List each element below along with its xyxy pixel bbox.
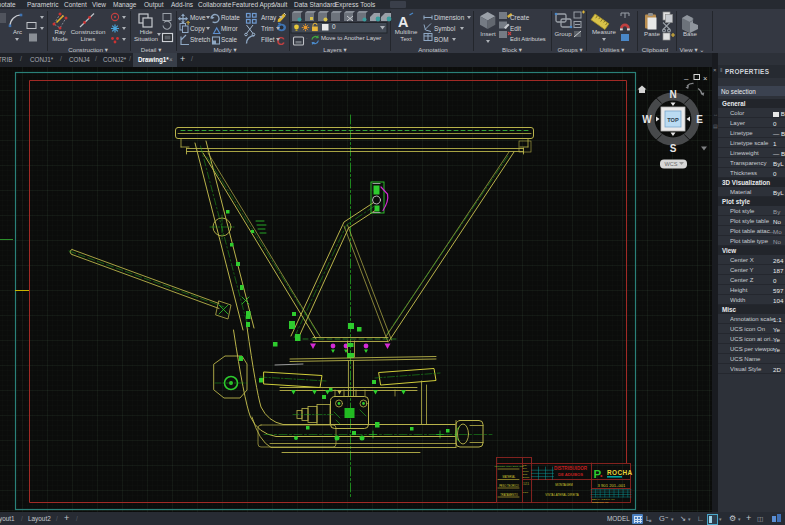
svg-text:SUBSTITUI: por: SUBSTITUI: por: [592, 501, 609, 503]
svg-text:Subst: Subst: [523, 491, 529, 493]
svg-text:Des: Des: [523, 467, 527, 469]
svg-text:ROCHA: ROCHA: [607, 469, 632, 476]
svg-text:DE ADUBOS: DE ADUBOS: [558, 472, 583, 477]
svg-text:Data: Data: [523, 473, 528, 475]
svg-text:E: E: [696, 114, 703, 125]
svg-text:Coord: Coord: [523, 470, 530, 472]
svg-text:MONTAGEM: MONTAGEM: [555, 483, 573, 487]
svg-text:PROPRIETARIO/FABRICANTE: PROPRIETARIO/FABRICANTE: [494, 465, 524, 467]
svg-text:W: W: [642, 114, 652, 125]
svg-text:ESCALA 1:2.5 FL. 1/1: ESCALA 1:2.5 FL. 1/1: [592, 498, 615, 500]
svg-text:VISTA LATERAL DIREITA: VISTA LATERAL DIREITA: [545, 493, 578, 497]
svg-text:TRATAMENTO: TRATAMENTO: [500, 493, 517, 497]
svg-text:MATERIAL: MATERIAL: [503, 475, 516, 479]
svg-text:TOP: TOP: [667, 117, 679, 123]
svg-text:3 901 201–001: 3 901 201–001: [598, 483, 627, 488]
svg-text:–: –: [684, 74, 689, 83]
svg-text:PESO TEORICO: PESO TEORICO: [499, 484, 519, 488]
svg-text:P: P: [594, 468, 602, 480]
svg-text:×: ×: [703, 74, 707, 83]
svg-text:Pag: Pag: [523, 464, 528, 466]
svg-text:Escala: Escala: [523, 476, 530, 478]
svg-text:DISTRIBUIDOR: DISTRIBUIDOR: [554, 466, 588, 471]
svg-text:WCS: WCS: [664, 161, 677, 167]
svg-text:S: S: [670, 143, 677, 154]
svg-text:1:2.5: 1:2.5: [523, 482, 529, 486]
svg-text:N: N: [669, 89, 676, 100]
